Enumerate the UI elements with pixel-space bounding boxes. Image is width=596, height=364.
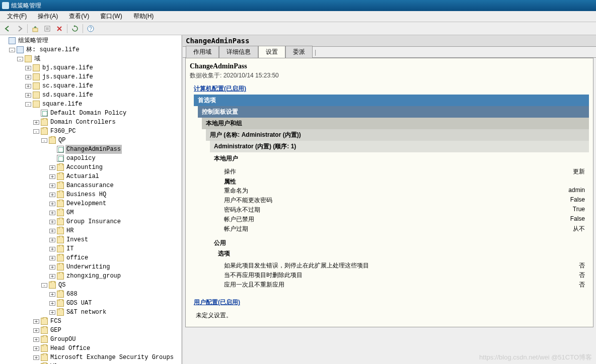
ou-icon [41,336,48,343]
svg-rect-0 [33,28,38,32]
computer-config-link[interactable]: 计算机配置(已启用) [190,83,589,95]
tree-domain-item[interactable]: +sc.square.life [25,81,180,90]
tree-ou-item[interactable]: +Vlan [33,362,180,364]
tree-item[interactable]: +Development [49,199,180,208]
toolbar: ? [0,22,596,35]
tree-dc[interactable]: +Domain Controllers [33,118,180,127]
app-icon [2,2,9,9]
ou-icon [41,128,48,135]
user-config-link[interactable]: 用户配置(已启用) [190,297,589,308]
tree-forest[interactable]: -林: square.life [9,45,180,54]
user-name-bar[interactable]: 用户 (名称: Administrator (内置)) [206,129,589,141]
attr-heading: 属性 [224,176,585,186]
tree-ou-item[interactable]: +Head Office [33,344,180,353]
tree-item[interactable]: +Actuarial [49,172,180,181]
menu-window[interactable]: 窗口(W) [95,11,127,22]
tree-domains[interactable]: -域 [17,54,180,63]
delete-button[interactable] [54,23,65,34]
ou-icon [57,173,64,180]
domain-icon [33,92,40,99]
tree-item[interactable]: +GM [49,208,180,217]
settings-panel: ChangeAdminPass 数据收集于: 2020/10/14 15:23:… [185,58,593,327]
tree-item[interactable]: ChangeAdminPass [49,145,180,154]
tab-details[interactable]: 详细信息 [219,46,258,58]
tree-ou-item[interactable]: +GroupOU [33,335,180,344]
tree-ou-item[interactable]: +GDS UAT [49,299,180,308]
content-pane: ChangeAdminPass 作用域 详细信息 设置 委派 | ChangeA… [183,35,596,364]
ou-icon [57,218,64,225]
kv-row: 帐户过期从不 [224,224,585,234]
tree-ou-item[interactable]: +Microsoft Exchange Security Groups [33,353,180,362]
ou-icon [41,327,48,334]
kv-row: 密码永不过期True [224,205,585,215]
tree-item[interactable]: oapolicy [49,154,180,163]
tabs: 作用域 详细信息 设置 委派 | [183,47,596,58]
tree-item[interactable]: +Business HQ [49,190,180,199]
kv-row: 如果此项目发生错误，则停止在此扩展上处理这些项目否 [224,261,585,270]
ou-icon [57,209,64,216]
ou-icon [57,200,64,207]
tree-item[interactable]: +Underwriting [49,262,180,271]
admin-builtin-bar[interactable]: Administrator (内置) (顺序: 1) [210,141,589,152]
domain-icon [33,82,40,89]
tree-qp[interactable]: -QP [41,136,180,145]
gpo-icon [41,110,48,117]
preferences-bar[interactable]: 首选项 [194,95,589,106]
ou-icon [41,345,48,352]
ou-icon [57,164,64,171]
tree-item[interactable]: +Group Insurance [49,217,180,226]
tree-ddp[interactable]: Default Domain Policy [33,109,180,118]
tab-settings[interactable]: 设置 [258,46,285,58]
tree-domain-square[interactable]: -square.life [25,100,180,109]
ou-icon [57,236,64,243]
kv-row: 重命名为admin [224,186,585,196]
tab-separator: | [313,47,318,57]
menu-help[interactable]: 帮助(H) [128,11,159,22]
no-settings-text: 未定义设置。 [190,308,589,323]
ou-icon [57,227,64,234]
forward-button[interactable] [14,23,25,34]
tree-item[interactable]: +Accounting [49,163,180,172]
tree-domain-item[interactable]: +js.square.life [25,72,180,81]
ou-icon [49,282,56,289]
ou-icon [41,318,48,325]
properties-button[interactable] [42,23,53,34]
tree-pane[interactable]: 组策略管理 -林: square.life -域 +bj.square.life… [0,35,183,364]
back-button[interactable] [2,23,13,34]
tree-root[interactable]: 组策略管理 [1,36,180,45]
help-button[interactable]: ? [85,23,96,34]
tree-item[interactable]: +Bancassurance [49,181,180,190]
tree-f360[interactable]: -F360_PC [33,127,180,136]
tree-ou-item[interactable]: +688 [49,290,180,299]
menu-file[interactable]: 文件(F) [2,11,32,22]
ou-icon [41,119,48,126]
refresh-button[interactable] [69,23,81,34]
up-button[interactable] [30,23,41,34]
data-collected: 数据收集于: 2020/10/14 15:23:50 [190,71,589,80]
local-user-heading: 本地用户 [210,152,589,165]
ou-icon [57,245,64,252]
app-title: 组策略管理 [11,0,41,11]
tree-item[interactable]: +Invest [49,235,180,244]
tab-delegation[interactable]: 委派 [285,46,313,58]
toolbar-separator [83,24,83,33]
tree-ou-item[interactable]: +S&T network [49,308,180,317]
tab-scope[interactable]: 作用域 [186,46,219,58]
content-header: ChangeAdminPass [183,35,596,47]
tree-domain-item[interactable]: +sd.square.life [25,90,180,100]
tree-qs[interactable]: -QS [41,281,180,290]
tree-item[interactable]: +zhongxing_group [49,271,180,281]
control-panel-bar[interactable]: 控制面板设置 [198,106,589,118]
ou-icon [57,191,64,198]
tree-ou-item[interactable]: +FCS [33,317,180,326]
menu-action[interactable]: 操作(A) [33,11,63,22]
tree-item[interactable]: +office [49,253,180,262]
folder-icon [25,55,32,62]
ou-icon [57,254,64,261]
menu-view[interactable]: 查看(V) [64,11,94,22]
tree-item[interactable]: +IT [49,244,180,253]
tree-ou-item[interactable]: +GEP [33,326,180,335]
local-users-bar[interactable]: 本地用户和组 [202,118,589,129]
tree-item[interactable]: +HR [49,226,180,235]
tree-domain-item[interactable]: +bj.square.life [25,63,180,72]
